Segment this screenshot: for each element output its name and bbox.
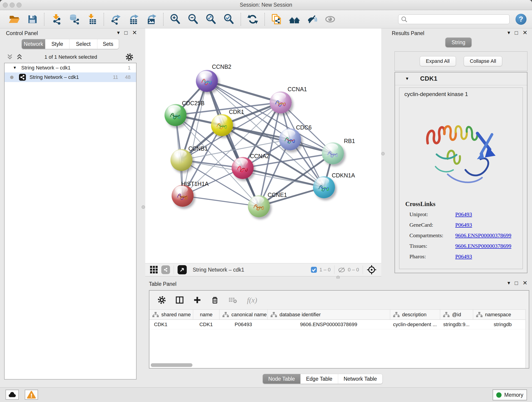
vertical-splitter-left[interactable] xyxy=(142,28,145,387)
help-button[interactable]: ? xyxy=(515,14,526,25)
column-header-namespace[interactable]: namespace xyxy=(473,310,529,319)
uniprot-link[interactable]: P06493 xyxy=(455,209,472,220)
node-CCNA1[interactable] xyxy=(270,91,292,114)
network-row-selected[interactable]: String Network – cdk1 11 48 xyxy=(5,72,136,82)
panel-close-icon[interactable]: ✕ xyxy=(523,29,527,36)
node-HIST1H1A[interactable] xyxy=(172,185,194,207)
panel-close-icon[interactable]: ✕ xyxy=(523,280,527,286)
table-row[interactable]: CDK1 CDK1 P06493 9606.ENSP00000378699 cy… xyxy=(149,320,529,329)
splitter-handle[interactable] xyxy=(381,152,385,155)
tab-network-table[interactable]: Network Table xyxy=(338,374,382,384)
column-header-description[interactable]: description xyxy=(390,310,440,319)
gear-icon[interactable] xyxy=(126,53,133,61)
expand-all-button[interactable]: Expand All xyxy=(420,56,456,66)
tab-network[interactable]: Network xyxy=(22,39,45,49)
edge-HIST1H1A-CCNE1[interactable] xyxy=(183,196,259,206)
memory-button[interactable]: Memory xyxy=(493,389,527,400)
delete-column-icon[interactable] xyxy=(211,296,219,304)
node-CDC25B[interactable] xyxy=(165,104,186,126)
table-vertical-scrollbar[interactable] xyxy=(525,309,529,368)
select-columns-icon[interactable] xyxy=(176,296,184,304)
gene-section-header[interactable]: ▼ CDK1 xyxy=(395,72,527,85)
fit-selected-crosshair-icon[interactable] xyxy=(367,265,377,275)
selected-checkbox-icon[interactable] xyxy=(311,267,317,273)
import-network-database-button[interactable] xyxy=(68,13,80,26)
eye-button[interactable] xyxy=(324,13,336,26)
edge-CCNB2-CCNA1[interactable] xyxy=(207,81,281,102)
column-header-name[interactable]: name xyxy=(193,310,219,319)
panel-float-icon[interactable]: □ xyxy=(515,280,518,286)
panel-close-icon[interactable]: ✕ xyxy=(132,29,137,36)
zoom-in-button[interactable] xyxy=(169,13,182,26)
cell-name[interactable]: CDK1 xyxy=(193,320,219,329)
table-gear-icon[interactable] xyxy=(158,296,166,304)
tab-select[interactable]: Select xyxy=(69,39,97,49)
node-CDKN1A[interactable] xyxy=(313,176,335,198)
column-header-database-identifier[interactable]: database identifier xyxy=(267,310,390,319)
table-horizontal-scrollbar[interactable] xyxy=(151,363,192,367)
genecard-link[interactable]: P06493 xyxy=(455,220,472,230)
vertical-splitter-right[interactable] xyxy=(381,28,385,279)
tab-sets[interactable]: Sets xyxy=(97,39,119,49)
section-expand-icon[interactable]: ▼ xyxy=(405,76,409,81)
refresh-button[interactable] xyxy=(246,13,259,26)
collapse-all-button[interactable]: Collapse All xyxy=(464,56,502,66)
panel-float-icon[interactable]: □ xyxy=(124,30,128,36)
cell-description[interactable]: cyclin-dependent ... xyxy=(390,320,440,329)
node-RB1[interactable] xyxy=(322,142,344,164)
hidden-eye-slash-icon[interactable] xyxy=(338,267,346,273)
import-table-file-button[interactable] xyxy=(85,13,98,26)
horizontal-splitter[interactable] xyxy=(145,276,381,279)
fit-content-button[interactable] xyxy=(205,13,217,26)
tissues-link[interactable]: 9606.ENSP00000378699 xyxy=(455,241,511,251)
pharos-link[interactable]: P06493 xyxy=(455,251,472,262)
birds-eye-view-icon[interactable] xyxy=(177,265,187,274)
node-CDK1[interactable] xyxy=(211,114,233,136)
node-label-CCNB1: CCNB1 xyxy=(188,145,208,152)
clone-network-button[interactable] xyxy=(270,13,283,26)
save-session-button[interactable] xyxy=(26,13,39,26)
cell-id[interactable]: stringdb:9... xyxy=(440,320,473,329)
cell-database-identifier[interactable]: 9606.ENSP00000378699 xyxy=(267,320,390,329)
show-hide-button[interactable] xyxy=(306,13,319,26)
zoom-selected-button[interactable] xyxy=(222,13,235,26)
tab-style[interactable]: Style xyxy=(45,39,69,49)
import-network-file-button[interactable] xyxy=(50,13,63,26)
collection-expand-icon[interactable]: ▼ xyxy=(13,65,17,70)
compartments-link[interactable]: 9606.ENSP00000378699 xyxy=(455,230,511,241)
open-session-button[interactable] xyxy=(8,13,21,26)
tab-string[interactable]: String xyxy=(445,38,472,47)
splitter-handle[interactable] xyxy=(142,205,145,209)
network-canvas[interactable]: CCNB2CCNA1CDC25BCDK1CDC6RB1CCNB1CCNA2CDK… xyxy=(145,28,381,263)
node-CDC6[interactable] xyxy=(279,128,301,150)
panel-menu-icon[interactable]: ▾ xyxy=(117,30,120,36)
node-CCNE1[interactable] xyxy=(248,195,270,217)
home-button[interactable] xyxy=(288,13,301,26)
warnings-button[interactable] xyxy=(25,390,38,400)
tab-edge-table[interactable]: Edge Table xyxy=(300,374,338,384)
column-header-canonical-name[interactable]: canonical name xyxy=(219,310,267,319)
edge-CCNB2-HIST1H1A[interactable] xyxy=(183,81,207,196)
panel-menu-icon[interactable]: ▾ xyxy=(507,30,510,36)
node-CCNA2[interactable] xyxy=(232,157,254,179)
cell-namespace[interactable]: stringdb xyxy=(473,320,529,329)
tab-node-table[interactable]: Node Table xyxy=(263,374,300,384)
export-table-button[interactable] xyxy=(127,13,140,26)
column-header-shared-name[interactable]: shared name xyxy=(149,310,193,319)
node-CCNB2[interactable] xyxy=(196,70,218,92)
add-column-icon[interactable] xyxy=(193,296,201,304)
zoom-out-button[interactable] xyxy=(187,13,200,26)
panel-menu-icon[interactable]: ▾ xyxy=(507,280,510,286)
cell-canonical-name[interactable]: P06493 xyxy=(219,320,267,329)
network-share-view-icon[interactable] xyxy=(161,265,170,274)
export-image-button[interactable] xyxy=(145,13,158,26)
network-collection-row[interactable]: ▼ String Network – cdk1 1 xyxy=(5,63,136,72)
node-CCNB1[interactable] xyxy=(171,149,192,171)
cloud-status-button[interactable] xyxy=(6,390,19,400)
export-network-button[interactable] xyxy=(109,13,122,26)
panel-float-icon[interactable]: □ xyxy=(515,30,518,36)
column-header-id[interactable]: @id xyxy=(440,310,473,319)
cell-shared-name[interactable]: CDK1 xyxy=(149,320,193,329)
search-input[interactable] xyxy=(398,14,510,24)
grid-view-icon[interactable] xyxy=(150,266,158,274)
